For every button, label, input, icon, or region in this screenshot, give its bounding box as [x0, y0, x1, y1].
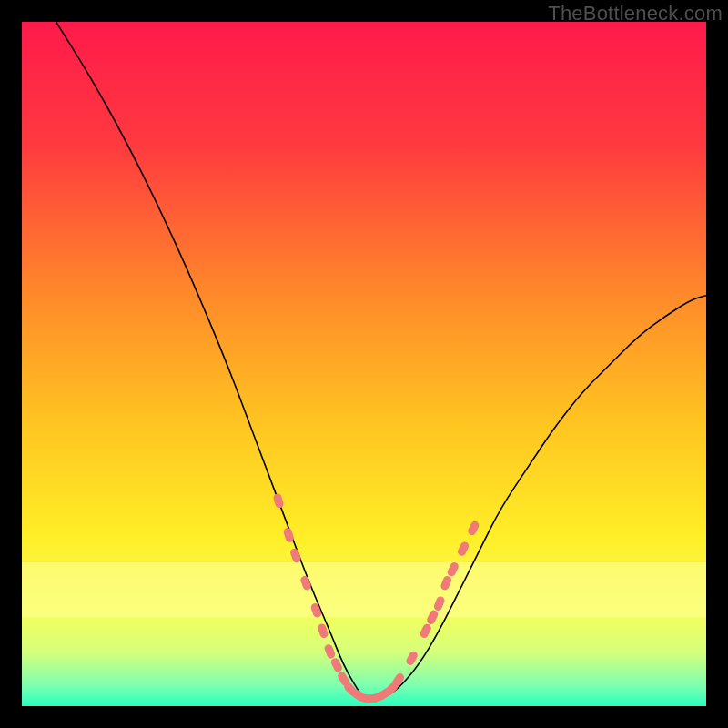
watermark-text: TheBottleneck.com [548, 2, 723, 25]
highlight-band [22, 562, 706, 617]
chart-frame [22, 22, 706, 706]
chart-svg [22, 22, 706, 706]
